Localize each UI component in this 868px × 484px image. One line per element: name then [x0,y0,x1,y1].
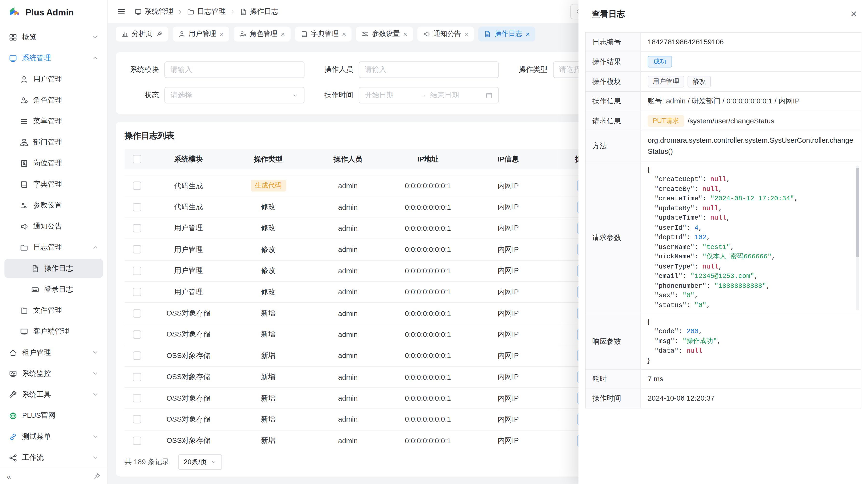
close-icon[interactable]: × [850,8,857,19]
sidebar-item-notice[interactable]: 通知公告 [4,217,103,236]
breadcrumb-item[interactable]: 系统管理 [134,7,173,17]
sidebar-item-tools[interactable]: 系统工具 [4,385,103,404]
filter-input-module[interactable]: 请输入 [164,61,305,78]
cell-ip-info: 内网IP [468,287,548,297]
sidebar-item-label: 部门管理 [33,137,99,147]
sidebar-item-post[interactable]: 岗位管理 [4,154,103,172]
pagination-total: 共 189 条记录 [125,457,169,467]
sidebar-item-file[interactable]: 文件管理 [4,301,103,320]
detail-row: 操作信息账号: admin / 研发部门 / 0:0:0:0:0:0:0:1 /… [586,92,861,111]
sidebar-item-workflow[interactable]: 工作流 [4,448,103,467]
sidebar-item-param[interactable]: 参数设置 [4,196,103,215]
row-checkbox[interactable] [133,266,141,275]
cell-module: OSS对象存储 [149,393,228,403]
tab-close-icon[interactable]: × [342,30,346,37]
sidebar-collapse-button[interactable]: « [7,472,11,481]
chevron-down-icon [92,349,99,356]
breadcrumb-item[interactable]: 日志管理 [187,7,226,17]
tab-notice[interactable]: 通知公告× [417,26,474,41]
row-checkbox[interactable] [133,415,141,423]
tab-role[interactable]: 角色管理× [234,26,290,41]
cell-type: 修改 [228,245,308,254]
menu-toggle-icon[interactable] [117,7,126,16]
sidebar-pin-icon[interactable] [94,473,101,480]
row-checkbox[interactable] [133,288,141,296]
sidebar-item-log[interactable]: 日志管理 [4,238,103,257]
sidebar-item-site[interactable]: PLUS官网 [4,406,103,425]
pin-icon[interactable] [156,30,162,37]
row-checkbox[interactable] [133,330,141,338]
row-checkbox[interactable] [133,182,141,190]
sidebar-item-label: 日志管理 [33,243,87,252]
tab-close-icon[interactable]: × [464,30,468,37]
page-size-select[interactable]: 20条/页 [178,454,222,470]
result-tag: 成功 [648,56,672,67]
detail-row: 方法org.dromara.system.controller.system.S… [586,131,861,162]
detail-label: 耗时 [586,370,641,389]
tab-label: 字典管理 [311,29,339,39]
tab-close-icon[interactable]: × [219,30,223,37]
filter-input-operator[interactable]: 请输入 [359,61,499,78]
filter-daterange-time[interactable]: 开始日期→结束日期 [359,87,499,103]
tab-dict[interactable]: 字典管理× [295,26,352,41]
doc-icon [240,8,247,15]
role-icon [20,96,28,104]
detail-label: 请求信息 [586,111,641,131]
client-icon [20,327,28,335]
tab-user[interactable]: 用户管理× [173,26,229,41]
row-checkbox[interactable] [133,394,141,402]
row-checkbox[interactable] [133,373,141,381]
sidebar-item-test[interactable]: 测试菜单 [4,427,103,446]
select-all-checkbox[interactable] [133,155,141,163]
tab-close-icon[interactable]: × [281,30,285,37]
sidebar-item-system[interactable]: 系统管理 [4,49,103,67]
sidebar-item-menu[interactable]: 菜单管理 [4,112,103,131]
sidebar-item-role[interactable]: 角色管理 [4,91,103,110]
tab-label: 参数设置 [372,29,400,39]
row-checkbox[interactable] [133,437,141,445]
row-checkbox[interactable] [133,246,141,254]
tab-analysis[interactable]: 分析页 [116,26,168,41]
filter-select-status[interactable]: 请选择 [164,87,305,103]
tab-label: 分析页 [132,29,152,39]
row-checkbox[interactable] [133,309,141,317]
app-logo[interactable]: Plus Admin [0,0,107,26]
op-type-text: 修改 [261,202,276,211]
row-checkbox[interactable] [133,203,141,211]
cell-operator: admin [308,437,388,445]
sidebar-item-monitor[interactable]: 系统监控 [4,364,103,383]
sidebar-item-client[interactable]: 客户端管理 [4,322,103,341]
doc-icon [31,264,39,272]
sidebar-item-login-log[interactable]: 登录日志 [4,280,103,299]
cell-type: 修改 [228,287,308,297]
tab-close-icon[interactable]: × [403,30,407,37]
sidebar-item-dict[interactable]: 字典管理 [4,175,103,194]
sidebar-item-dept[interactable]: 部门管理 [4,133,103,152]
breadcrumb-item[interactable]: 操作日志 [240,7,278,17]
sidebar-item-tenant[interactable]: 租户管理 [4,343,103,362]
sidebar-item-label: 租户管理 [22,348,87,357]
op-type-text: 新增 [261,351,276,359]
filter-field-operator: 操作人员请输入 [319,61,499,78]
row-checkbox[interactable] [133,224,141,232]
column-header: 操作类型 [228,154,308,164]
tab-close-icon[interactable]: × [526,30,530,37]
op-type-text: 新增 [261,394,276,402]
sidebar-item-label: 通知公告 [33,221,99,231]
sidebar-item-user[interactable]: 用户管理 [4,70,103,89]
dashboard-icon [9,33,17,41]
cell-operator: admin [308,182,388,190]
tab-param[interactable]: 参数设置× [356,26,413,41]
cell-operator: admin [308,266,388,275]
cell-operator: admin [308,330,388,338]
scrollbar-thumb[interactable] [856,167,859,257]
cell-module: OSS对象存储 [149,372,228,382]
tab-oplog[interactable]: 操作日志× [478,26,535,41]
tab-label: 通知公告 [433,29,461,39]
monitor-icon [9,369,17,378]
row-checkbox[interactable] [133,352,141,360]
sidebar-item-op-log[interactable]: 操作日志 [4,259,103,278]
sidebar-item-overview[interactable]: 概览 [4,28,103,46]
op-type-text: 新增 [261,330,276,338]
chart-icon [121,30,128,37]
